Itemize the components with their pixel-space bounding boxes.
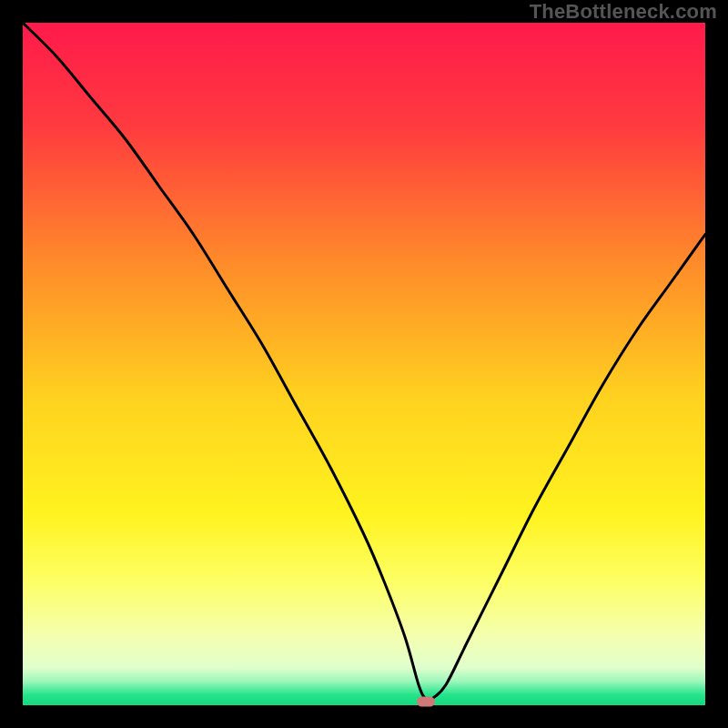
watermark-text: TheBottleneck.com <box>530 0 717 24</box>
plot-area <box>23 23 705 705</box>
chart-frame: TheBottleneck.com <box>0 0 728 728</box>
gradient-background <box>23 23 705 705</box>
plot-svg <box>23 23 705 705</box>
optimal-marker <box>417 697 435 707</box>
